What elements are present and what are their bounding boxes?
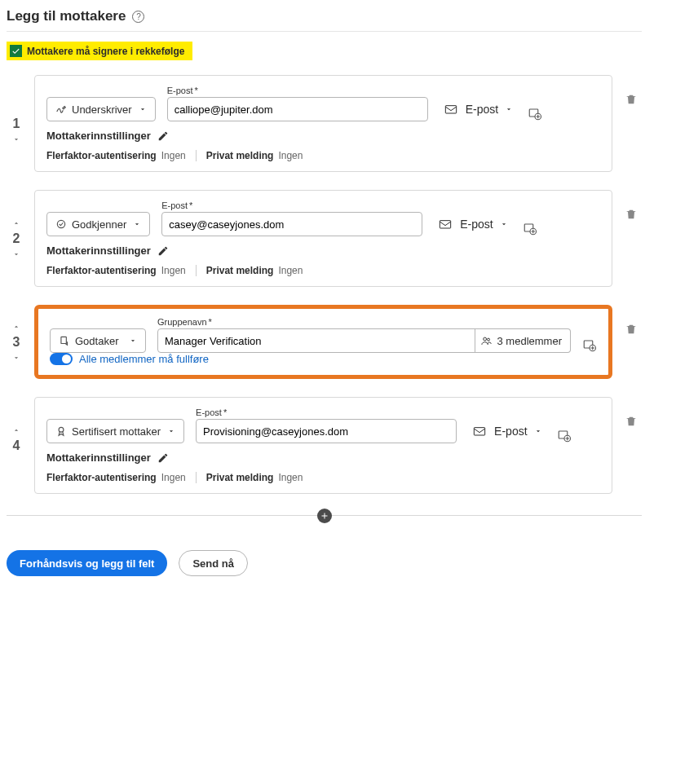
checkbox-checked-icon <box>10 45 22 57</box>
order-column: 3 <box>7 305 26 379</box>
recipient-card: Sertifisert mottakerE-post*E-postMottake… <box>34 397 612 494</box>
sign-order-option[interactable]: Mottakere må signere i rekkefølge <box>7 42 192 60</box>
move-up-button[interactable] <box>10 218 23 228</box>
recipient-options-icon[interactable] <box>582 338 597 353</box>
recipient-settings-heading: Mottakerinnstillinger <box>46 130 151 142</box>
move-up-button[interactable] <box>10 425 23 435</box>
recipient-row: 2GodkjennerE-post*E-postMottakerinnstill… <box>7 190 642 287</box>
delivery-method-selector[interactable]: E-post <box>434 212 510 236</box>
email-input[interactable] <box>196 419 457 443</box>
recipient-card: UnderskriverE-post*E-postMottakerinnstil… <box>34 75 612 172</box>
page-title: Legg til mottakere <box>7 8 126 24</box>
mfa-label: Flerfaktor-autentisering <box>46 472 157 483</box>
role-label: Sertifisert mottaker <box>72 425 161 438</box>
private-message-label: Privat melding <box>206 150 274 161</box>
envelope-icon <box>471 425 488 437</box>
recipient-card: GodkjennerE-post*E-postMottakerinnstilli… <box>34 190 612 287</box>
move-down-button[interactable] <box>10 134 23 144</box>
help-icon[interactable]: ? <box>132 11 144 23</box>
delivery-method-selector[interactable]: E-post <box>468 419 545 443</box>
order-number: 3 <box>13 335 20 350</box>
role-label: Godkjenner <box>72 218 126 231</box>
mfa-label: Flerfaktor-autentisering <box>46 150 157 161</box>
delete-recipient-button[interactable] <box>625 93 638 106</box>
move-down-button[interactable] <box>10 353 23 363</box>
svg-point-3 <box>57 220 64 227</box>
order-column: 2 <box>7 190 26 287</box>
group-members-button[interactable]: 3 medlemmer <box>472 328 571 353</box>
private-message-label: Privat melding <box>206 265 274 276</box>
send-button[interactable]: Send nå <box>179 550 248 576</box>
order-number: 2 <box>13 231 20 246</box>
order-number: 4 <box>13 438 20 453</box>
mfa-value: Ingen <box>161 472 186 483</box>
role-selector[interactable]: Underskriver <box>46 97 156 121</box>
mfa-value: Ingen <box>161 150 186 161</box>
signer-icon <box>55 104 67 115</box>
edit-settings-icon[interactable] <box>157 452 169 464</box>
delivery-method-selector[interactable]: E-post <box>440 97 516 121</box>
delivery-label: E-post <box>466 103 498 116</box>
recipient-options-icon[interactable] <box>523 222 537 236</box>
private-message-value: Ingen <box>278 265 303 276</box>
order-column: 4 <box>7 397 26 494</box>
email-label: E-post* <box>196 407 457 417</box>
svg-rect-0 <box>445 106 456 113</box>
role-label: Underskriver <box>72 104 132 116</box>
email-label: E-post* <box>161 200 422 210</box>
envelope-icon <box>443 104 459 115</box>
order-number: 1 <box>13 117 20 131</box>
svg-point-12 <box>59 427 64 432</box>
recipient-settings-heading: Mottakerinnstillinger <box>46 451 151 464</box>
svg-point-8 <box>483 337 486 341</box>
role-selector[interactable]: Sertifisert mottaker <box>46 419 184 443</box>
group-name-input[interactable] <box>157 328 475 353</box>
edit-settings-icon[interactable] <box>157 130 169 142</box>
private-message-value: Ingen <box>278 150 303 161</box>
email-input[interactable] <box>161 212 422 236</box>
recipient-row: 1UnderskriverE-post*E-postMottakerinnsti… <box>7 75 642 172</box>
move-up-button[interactable] <box>10 322 23 332</box>
delivery-label: E-post <box>494 425 527 438</box>
recipient-settings-heading: Mottakerinnstillinger <box>46 244 151 257</box>
svg-rect-4 <box>440 221 451 228</box>
delete-recipient-button[interactable] <box>625 208 638 221</box>
role-label: Godtaker <box>75 335 118 347</box>
mfa-label: Flerfaktor-autentisering <box>46 265 157 276</box>
add-recipient-button[interactable] <box>317 509 332 523</box>
svg-rect-7 <box>61 337 66 343</box>
delete-recipient-button[interactable] <box>625 323 638 336</box>
group-icon <box>480 335 493 347</box>
preview-button[interactable]: Forhåndsvis og legg til felt <box>7 550 167 576</box>
mfa-value: Ingen <box>161 265 186 276</box>
sign-order-label: Mottakere må signere i rekkefølge <box>27 46 184 57</box>
recipient-options-icon[interactable] <box>528 107 542 121</box>
email-input[interactable] <box>167 97 428 121</box>
svg-point-9 <box>487 338 489 341</box>
role-selector[interactable]: Godkjenner <box>46 212 150 236</box>
toggle-label: Alle medlemmer må fullføre <box>79 353 209 365</box>
private-message-label: Privat melding <box>206 472 274 483</box>
svg-rect-13 <box>474 428 484 435</box>
all-members-toggle[interactable] <box>50 353 73 365</box>
order-column: 1 <box>7 75 26 172</box>
acceptor-icon <box>59 335 70 346</box>
move-down-button[interactable] <box>10 249 23 259</box>
delivery-label: E-post <box>460 218 493 231</box>
approver-icon <box>55 218 67 230</box>
recipient-card: GodtakerGruppenavn*3 medlemmerAlle medle… <box>34 305 612 379</box>
role-selector[interactable]: Godtaker <box>50 328 146 353</box>
members-count: 3 medlemmer <box>497 335 562 347</box>
recipient-row: 4Sertifisert mottakerE-post*E-postMottak… <box>7 397 642 494</box>
envelope-icon <box>437 218 453 230</box>
recipient-row: 3GodtakerGruppenavn*3 medlemmerAlle medl… <box>7 305 642 379</box>
group-name-label: Gruppenavn* <box>157 317 571 327</box>
private-message-value: Ingen <box>278 472 303 483</box>
recipient-options-icon[interactable] <box>557 429 572 443</box>
delete-recipient-button[interactable] <box>625 415 638 428</box>
certified-icon <box>55 425 67 437</box>
edit-settings-icon[interactable] <box>157 245 169 257</box>
email-label: E-post* <box>167 86 428 95</box>
